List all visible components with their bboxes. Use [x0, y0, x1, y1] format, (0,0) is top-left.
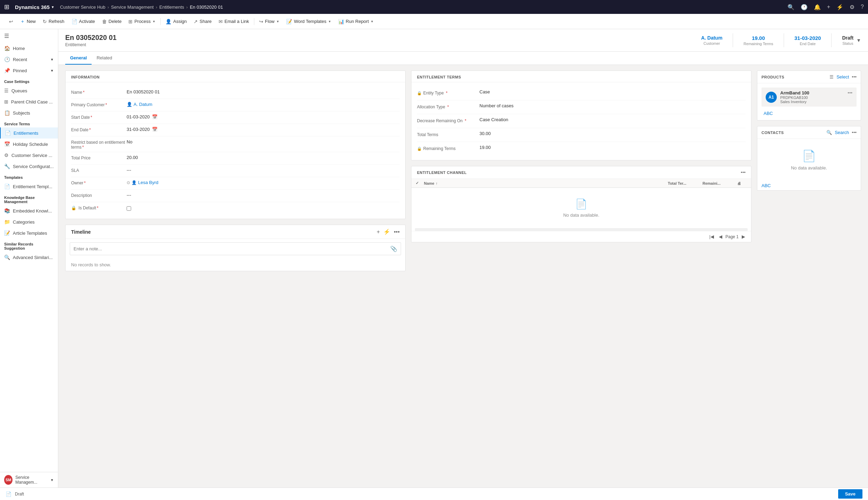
- sidebar-item-entitlement-templ[interactable]: 📄 Entitlement Templ...: [0, 181, 58, 192]
- settings-icon[interactable]: ⚙: [850, 4, 854, 10]
- required-star4: *: [89, 127, 91, 132]
- sidebar-item-article-templates[interactable]: 📝 Article Templates: [0, 227, 58, 239]
- contacts-search-label[interactable]: Search: [835, 130, 849, 135]
- user-chevron-icon[interactable]: ▼: [50, 478, 54, 482]
- delete-button[interactable]: 🗑 Delete: [99, 17, 125, 26]
- timeline-filter-icon[interactable]: ⚡: [383, 228, 390, 235]
- record-subtitle: Entitlement: [65, 42, 117, 47]
- sidebar-item-queues[interactable]: ☰ Queues: [0, 85, 58, 96]
- pinned-chevron-icon: ▼: [50, 69, 54, 73]
- product-item-1[interactable]: A1 ArmBand 100 PRDPKGAB100 Sales Invento…: [761, 88, 857, 107]
- start-calendar-icon[interactable]: 📅: [152, 114, 158, 119]
- meta-customer-value[interactable]: A. Datum: [701, 35, 722, 41]
- page-prev-button[interactable]: ◀: [717, 233, 724, 240]
- timeline-card: Timeline + ⚡ ••• 📎 No records to show.: [65, 225, 406, 271]
- note-input[interactable]: [74, 246, 390, 251]
- sidebar-item-subjects[interactable]: 📋 Subjects: [0, 107, 58, 118]
- product-more-icon[interactable]: •••: [848, 90, 852, 95]
- filter-icon[interactable]: ⚡: [836, 4, 843, 10]
- run-report-button[interactable]: 📊 Run Report ▼: [335, 17, 377, 26]
- subjects-icon: 📋: [4, 110, 10, 116]
- breadcrumb-app[interactable]: Customer Service Hub: [60, 5, 105, 10]
- contacts-abc-link[interactable]: ABC: [757, 181, 861, 190]
- timeline-more-icon[interactable]: •••: [394, 229, 400, 235]
- search-icon[interactable]: 🔍: [788, 4, 794, 10]
- sidebar-item-home[interactable]: 🏠 Home: [0, 43, 58, 54]
- bell-icon[interactable]: 🔔: [814, 4, 821, 10]
- brand-chevron-icon[interactable]: ▼: [51, 5, 54, 9]
- owner-name[interactable]: Lesa Byrd: [138, 180, 159, 185]
- statusbar-page-icon[interactable]: 📄: [6, 491, 11, 497]
- end-calendar-icon[interactable]: 📅: [152, 127, 158, 132]
- page-first-button[interactable]: |◀: [708, 233, 716, 240]
- sidebar-item-categories[interactable]: 📁 Categories: [0, 216, 58, 227]
- plus-icon[interactable]: +: [827, 4, 830, 10]
- meta-enddate-label: End Date: [794, 42, 821, 46]
- sidebar-item-holiday-schedule[interactable]: 📅 Holiday Schedule: [0, 139, 58, 150]
- channel-scrollbar[interactable]: [415, 228, 748, 231]
- sidebar-item-entitlements[interactable]: 📄 Entitlements: [0, 127, 58, 139]
- field-customer-value[interactable]: 👤 A. Datum: [127, 101, 400, 107]
- product-code: PRDPKGAB100: [780, 95, 844, 100]
- products-header: PRODUCTS ☰ Select •••: [757, 71, 861, 83]
- tab-general[interactable]: General: [65, 52, 92, 65]
- help-icon[interactable]: ?: [861, 4, 864, 10]
- word-templates-button[interactable]: 📝 Word Templates ▼: [283, 17, 334, 26]
- breadcrumb: Customer Service Hub › Service Managemen…: [60, 5, 782, 10]
- sidebar-subjects-label: Subjects: [13, 110, 30, 116]
- timeline-note-input[interactable]: 📎: [70, 242, 401, 255]
- tab-related[interactable]: Related: [92, 52, 117, 65]
- products-more-icon[interactable]: •••: [852, 74, 857, 80]
- is-default-checkbox[interactable]: [127, 206, 131, 211]
- sidebar-toggle[interactable]: ☰: [0, 29, 58, 43]
- breadcrumb-entitlements[interactable]: Entitlements: [159, 5, 184, 10]
- activate-button[interactable]: 📄 Activate: [68, 17, 99, 26]
- sidebar-service-config-label: Service Configurat...: [13, 164, 54, 169]
- sidebar-bottom-user[interactable]: SM Service Managem... ▼: [0, 472, 58, 488]
- sidebar-item-customer-service[interactable]: ⚙ Customer Service ...: [0, 150, 58, 161]
- sidebar-item-pinned[interactable]: 📌 Pinned ▼: [0, 65, 58, 76]
- save-button[interactable]: Save: [838, 489, 862, 499]
- start-date-text: 01-03-2020: [127, 114, 150, 119]
- timeline-add-icon[interactable]: +: [377, 229, 380, 235]
- contacts-more-icon[interactable]: •••: [852, 130, 857, 135]
- channel-more-icon[interactable]: •••: [741, 170, 746, 175]
- field-owner-value[interactable]: ⊙ 👤 Lesa Byrd: [127, 179, 400, 185]
- expand-icon[interactable]: ▼: [856, 38, 861, 43]
- sidebar-item-parent-child[interactable]: ⊞ Parent Child Case ...: [0, 96, 58, 107]
- flow-button[interactable]: ↪ Flow ▼: [256, 17, 283, 26]
- breadcrumb-service[interactable]: Service Management: [111, 5, 154, 10]
- products-select-label[interactable]: Select: [836, 74, 849, 80]
- sidebar-item-advanced-similar[interactable]: 🔍 Advanced Similari...: [0, 252, 58, 263]
- channel-name-col[interactable]: Name ↑: [424, 181, 668, 185]
- sidebar-item-service-config[interactable]: 🔧 Service Configurat...: [0, 161, 58, 172]
- share-button[interactable]: ↗ Share: [190, 17, 215, 26]
- refresh-button[interactable]: ↻ Refresh: [39, 17, 68, 26]
- brand-logo[interactable]: Dynamics 365 ▼: [15, 4, 54, 10]
- page-label: Page 1: [725, 234, 739, 239]
- page-next-button[interactable]: ▶: [740, 233, 747, 240]
- field-sla: SLA ---: [71, 165, 400, 177]
- attach-icon[interactable]: 📎: [390, 245, 397, 252]
- new-button[interactable]: ＋ New: [17, 16, 39, 27]
- end-date-text: 31-03-2020: [127, 127, 150, 132]
- assign-icon: 👤: [165, 19, 171, 24]
- middle-column: ENTITLEMENT TERMS 🔒 Entity Type* Case: [411, 70, 751, 242]
- process-button[interactable]: ⊞ Process ▼: [125, 17, 159, 26]
- meta-status: Draft Status: [842, 35, 853, 45]
- field-default-value[interactable]: [127, 204, 400, 212]
- terms-remaining: 🔒 Remaining Terms 19.00: [417, 142, 746, 156]
- products-abc-link[interactable]: ABC: [759, 109, 859, 118]
- channel-print-icon[interactable]: 🖨: [737, 181, 747, 185]
- terms-entity-type: 🔒 Entity Type* Case: [417, 86, 746, 100]
- contacts-search-icon[interactable]: 🔍: [826, 130, 832, 135]
- email-link-button[interactable]: ✉ Email a Link: [215, 17, 253, 26]
- sidebar-item-recent[interactable]: 🕐 Recent ▼: [0, 54, 58, 65]
- sidebar-item-embedded-knowl[interactable]: 📚 Embedded Knowl...: [0, 205, 58, 216]
- sidebar-entitlement-templ-label: Entitlement Templ...: [13, 184, 52, 189]
- assign-button[interactable]: 👤 Assign: [162, 17, 190, 26]
- grid-menu-icon[interactable]: ⊞: [4, 3, 9, 11]
- recent-icon[interactable]: 🕐: [801, 4, 808, 10]
- cmd-divider2: [254, 18, 254, 25]
- history-button[interactable]: ↩: [6, 17, 17, 26]
